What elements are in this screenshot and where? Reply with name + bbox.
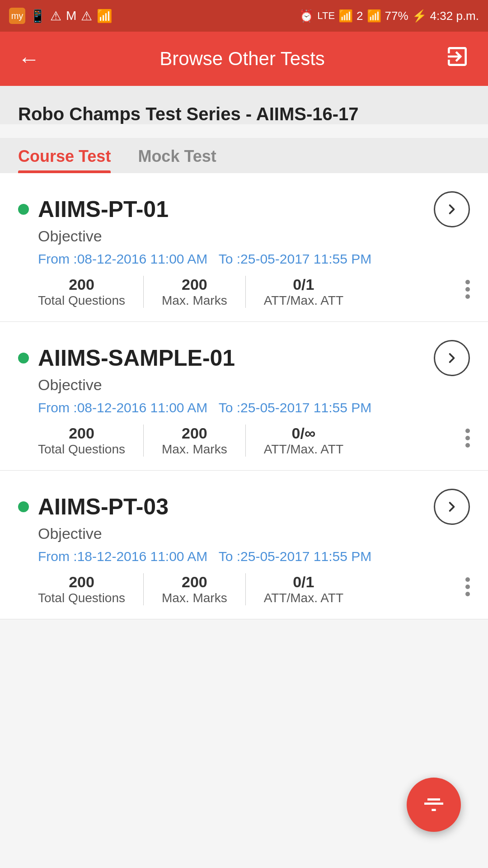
lte-label: LTE: [317, 10, 335, 22]
status-dot: [18, 204, 29, 215]
test-dates: From :08-12-2016 11:00 AM To :25-05-2017…: [38, 251, 470, 267]
app-icon-1: my: [9, 8, 25, 24]
test-info-left: AIIMS-PT-03: [18, 494, 434, 520]
nav-title: Browse Other Tests: [160, 48, 325, 70]
filter-fab-button[interactable]: [407, 778, 461, 832]
test-stats: 200 Total Questions 200 Max. Marks 0/∞ A…: [38, 425, 470, 457]
test-type: Objective: [38, 376, 470, 394]
tab-course-test[interactable]: Course Test: [18, 138, 111, 173]
stat-att: 0/∞ ATT/Max. ATT: [264, 425, 361, 457]
nav-bar: ← Browse Other Tests: [0, 32, 488, 86]
test-type: Objective: [38, 525, 470, 542]
test-navigate-button[interactable]: [434, 191, 470, 227]
list-item: AIIMS-PT-01 Objective From :08-12-2016 1…: [0, 173, 488, 322]
status-dot: [18, 501, 29, 512]
more-options-button[interactable]: [465, 429, 470, 448]
test-dates: From :18-12-2016 11:00 AM To :25-05-2017…: [38, 549, 470, 564]
stat-total-questions: 200 Total Questions: [38, 276, 144, 308]
test-type: Objective: [38, 227, 470, 245]
test-dates: From :08-12-2016 11:00 AM To :25-05-2017…: [38, 400, 470, 415]
back-button[interactable]: ←: [18, 47, 40, 71]
alert-icon: ⚠: [50, 9, 61, 24]
more-options-button[interactable]: [465, 577, 470, 596]
test-name: AIIMS-SAMPLE-01: [38, 345, 235, 371]
test-stats: 200 Total Questions 200 Max. Marks 0/1 A…: [38, 276, 470, 308]
stat-max-marks: 200 Max. Marks: [162, 573, 246, 605]
stat-max-marks: 200 Max. Marks: [162, 276, 246, 308]
signal-icon: 📶: [367, 9, 381, 23]
series-header: Robo Champs Test Series - AIIMS-16-17: [0, 86, 488, 124]
list-item: AIIMS-PT-03 Objective From :18-12-2016 1…: [0, 471, 488, 619]
test-name: AIIMS-PT-03: [38, 494, 169, 520]
test-navigate-button[interactable]: [434, 489, 470, 525]
gmail-icon: M: [66, 9, 76, 23]
test-info-left: AIIMS-PT-01: [18, 196, 434, 222]
logout-button[interactable]: [445, 44, 470, 74]
stat-att: 0/1 ATT/Max. ATT: [264, 276, 361, 308]
series-title: Robo Champs Test Series - AIIMS-16-17: [18, 104, 470, 124]
battery-label: 77%: [385, 9, 408, 23]
status-bar-left: my 📱 ⚠ M ⚠ 📶: [9, 8, 113, 24]
wifi2-icon: 📶: [338, 9, 353, 23]
time-label: 4:32 p.m.: [430, 9, 479, 23]
whatsapp-icon: 📱: [30, 9, 46, 24]
stat-total-questions: 200 Total Questions: [38, 573, 144, 605]
list-item: AIIMS-SAMPLE-01 Objective From :08-12-20…: [0, 322, 488, 471]
more-options-button[interactable]: [465, 280, 470, 299]
stat-att: 0/1 ATT/Max. ATT: [264, 573, 361, 605]
tabs-bar: Course Test Mock Test: [0, 138, 488, 173]
test-name: AIIMS-PT-01: [38, 196, 169, 222]
tests-list: AIIMS-PT-01 Objective From :08-12-2016 1…: [0, 173, 488, 619]
stat-total-questions: 200 Total Questions: [38, 425, 144, 457]
alert2-icon: ⚠: [81, 9, 92, 24]
status-bar: my 📱 ⚠ M ⚠ 📶 ⏰ LTE 📶 2 📶 77% ⚡ 4:32 p.m.: [0, 0, 488, 32]
sim-label: 2: [357, 9, 363, 23]
status-dot: [18, 353, 29, 363]
status-bar-right: ⏰ LTE 📶 2 📶 77% ⚡ 4:32 p.m.: [299, 9, 479, 23]
test-stats: 200 Total Questions 200 Max. Marks 0/1 A…: [38, 573, 470, 605]
test-info-left: AIIMS-SAMPLE-01: [18, 345, 434, 371]
stat-max-marks: 200 Max. Marks: [162, 425, 246, 457]
charging-icon: ⚡: [412, 9, 427, 23]
alarm-icon: ⏰: [299, 9, 314, 23]
tab-mock-test[interactable]: Mock Test: [138, 138, 216, 173]
filter-icon: [421, 792, 446, 817]
test-navigate-button[interactable]: [434, 340, 470, 376]
wifi-icon: 📶: [97, 9, 113, 24]
